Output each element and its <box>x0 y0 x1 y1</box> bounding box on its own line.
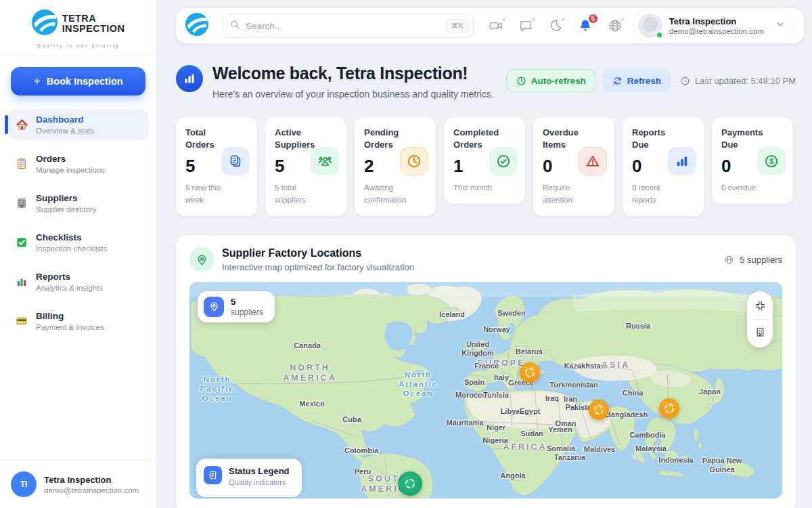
section-subtitle: Interactive map optimized for factory vi… <box>222 262 414 272</box>
map-label: Iraq <box>545 394 559 402</box>
clock-icon <box>516 76 526 86</box>
logo-wordmark: TETRA INSPECTION <box>62 14 125 34</box>
map-label: China <box>623 389 644 397</box>
checkbox-icon <box>15 236 28 249</box>
logo-tagline: Quality is our priority <box>7 43 150 49</box>
search-icon <box>230 20 240 33</box>
dashboard-page: TETRA INSPECTION Quality is our priority… <box>0 0 812 508</box>
sidebar-item-suppliers[interactable]: Suppliers Supplier directory <box>8 188 148 219</box>
map-canvas[interactable]: Iceland Sweden Norway Russia United King… <box>189 282 782 499</box>
user-name: Tetra Inspection <box>44 475 139 485</box>
chevron-down-icon <box>775 19 786 33</box>
status-dot <box>531 17 536 22</box>
map-label: Turkmenistan <box>549 381 597 389</box>
user-menu[interactable]: Tetra Inspection demo@tetrainspection.co… <box>633 9 794 42</box>
dollar-circle-icon: $ <box>757 147 786 175</box>
check-circle-icon <box>489 147 518 175</box>
stat-card-active-suppliers: Active Suppliers 5 5 total suppliers <box>265 117 346 216</box>
globe-icon[interactable] <box>608 18 623 33</box>
sidebar-item-reports[interactable]: Reports Analytics & insights <box>8 266 148 297</box>
map-label: Iceland <box>439 310 465 318</box>
map-label: Spain <box>464 378 484 386</box>
suppliers-count-badge: 5 suppliers <box>198 291 275 322</box>
last-updated: Last updated: 5:49:10 PM <box>680 76 796 86</box>
map-label: NORTH AMERICA <box>277 363 342 384</box>
sidebar-user-card[interactable]: TI Tetra Inspection demo@tetrainspection… <box>0 460 156 508</box>
map-label: Maldives <box>584 445 615 453</box>
stat-card-payments-due: Payments Due 0 0 overdue $ <box>712 117 793 204</box>
map-label: Niger <box>487 423 505 431</box>
building-icon <box>754 326 766 338</box>
map-controls <box>747 291 773 347</box>
sidebar-item-dashboard[interactable]: Dashboard Overview & stats <box>8 109 148 140</box>
topbar-icons: 5 <box>489 18 623 33</box>
map-label: Japan <box>699 387 721 396</box>
tetra-swoosh-logo-icon-small <box>185 13 208 39</box>
stats-row: Total Orders 5 5 new this week Active Su… <box>176 117 796 216</box>
avatar <box>638 14 662 38</box>
factory-view-button[interactable] <box>750 322 770 343</box>
map-label: Malaysia <box>635 444 667 452</box>
map-label: Morocco <box>455 391 487 399</box>
stat-card-total-orders: Total Orders 5 5 new this week <box>176 117 257 216</box>
map-label: Mauritania <box>446 419 483 427</box>
status-legend: Status Legend Quality indicators <box>196 459 302 497</box>
user-name: Tetra Inspection <box>669 16 764 26</box>
map-pin-icon <box>189 247 214 272</box>
suppliers-count: 5 suppliers <box>724 255 782 265</box>
status-dot <box>501 17 506 22</box>
map-label: ASIA <box>602 360 630 370</box>
chat-icon[interactable] <box>518 18 533 33</box>
credit-card-icon <box>15 314 28 328</box>
sidebar-item-checklists[interactable]: Checklists Inspection checklists <box>8 227 148 258</box>
moon-icon[interactable] <box>548 18 563 33</box>
map-label: Sudan <box>520 429 543 438</box>
map-label: Italy <box>494 373 509 381</box>
supplier-map-section: Supplier Factory Locations Interactive m… <box>176 235 796 508</box>
map-label: North Pacific Ocean <box>197 375 238 404</box>
app-logo: TETRA INSPECTION Quality is our priority <box>0 0 156 56</box>
stat-card-pending-orders: Pending Orders 2 Awaiting confirmation <box>355 117 436 216</box>
sidebar-item-orders[interactable]: Orders Manage inspections <box>8 148 148 179</box>
refresh-icon <box>612 76 623 86</box>
sidebar-item-billing[interactable]: Billing Payment & invoices <box>8 305 148 337</box>
people-icon <box>311 147 339 175</box>
svg-text:$: $ <box>769 157 773 165</box>
clipboard-icon <box>15 157 28 171</box>
map-label: Somalia <box>547 444 575 452</box>
stat-card-overdue-items: Overdue Items 0 Require attention <box>533 117 614 216</box>
clipboard-copy-icon <box>221 147 250 175</box>
supplier-marker[interactable] <box>589 400 609 420</box>
legend-icon <box>204 466 222 484</box>
welcome-section: Welcome back, Tetra Inspection! Here's a… <box>176 64 796 100</box>
page-subtitle: Here's an overview of your inspection bu… <box>212 89 494 100</box>
map-label: Colombia <box>344 446 378 454</box>
user-email: demo@tetrainspection.com <box>669 27 764 35</box>
map-label: Tunisia <box>483 391 509 399</box>
map-label: Belarus <box>516 347 543 356</box>
house-icon <box>15 118 28 131</box>
divider <box>752 319 767 320</box>
bell-icon[interactable]: 5 <box>578 18 593 33</box>
search-input[interactable] <box>246 21 441 31</box>
status-dot <box>561 17 566 22</box>
status-dot <box>621 17 625 22</box>
refresh-button[interactable]: Refresh <box>603 69 671 92</box>
map-label: Iran <box>564 395 577 403</box>
stat-card-completed-orders: Completed Orders 1 This month <box>444 117 525 204</box>
supplier-marker[interactable] <box>520 362 540 383</box>
main-content: Welcome back, Tetra Inspection! Here's a… <box>176 51 796 508</box>
building-icon <box>15 196 28 210</box>
supplier-marker[interactable] <box>659 398 679 419</box>
online-status-dot <box>656 31 663 39</box>
search-shortcut-badge: ⌘K <box>447 19 468 33</box>
video-icon[interactable] <box>489 18 503 33</box>
supplier-marker-green[interactable] <box>398 471 422 496</box>
auto-refresh-button[interactable]: Auto-refresh <box>506 69 596 92</box>
collapse-map-button[interactable] <box>750 296 770 316</box>
section-title: Supplier Factory Locations <box>222 247 414 259</box>
map-label: Papua New Guinea <box>695 457 749 475</box>
book-inspection-button[interactable]: + Book Inspection <box>11 67 145 96</box>
map-label: United Kingdom <box>457 340 498 359</box>
map-label: Indonesia <box>658 456 693 464</box>
